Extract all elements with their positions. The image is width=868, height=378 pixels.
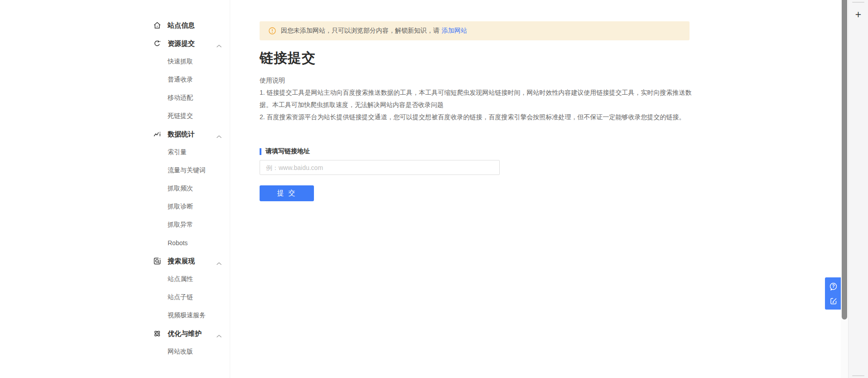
sidebar-item-label: 站点子链: [168, 293, 193, 301]
feedback-edit-icon[interactable]: [828, 295, 839, 306]
sidebar-item-label: 抓取异常: [168, 221, 193, 229]
instruction-line: 2. 百度搜索资源平台为站长提供链接提交通道，您可以提交想被百度收录的链接，百度…: [260, 111, 695, 123]
sidebar-item-site-sublink[interactable]: 站点子链: [0, 288, 230, 306]
add-site-link[interactable]: 添加网站: [442, 27, 467, 35]
sidebar-nav: 站点信息 资源提交 快速抓取 普通收录 移动适配 死链提交: [0, 16, 230, 361]
sidebar-item-label: 快速抓取: [168, 58, 193, 66]
sidebar-item-label: 索引量: [168, 148, 187, 156]
banner-text: 因您未添加网站，只可以浏览部分内容，解锁新知识，请: [281, 27, 439, 35]
sidebar-item-normal-include[interactable]: 普通收录: [0, 71, 230, 89]
main-content: 因您未添加网站，只可以浏览部分内容，解锁新知识，请 添加网站 链接提交 使用说明…: [230, 0, 841, 378]
search-display-icon: [153, 257, 162, 266]
link-url-input[interactable]: [260, 160, 500, 175]
sidebar-item-quick-crawl[interactable]: 快速抓取: [0, 53, 230, 71]
sidebar-section-resource-submit[interactable]: 资源提交: [0, 34, 230, 53]
sidebar-item-label: 站点信息: [168, 21, 195, 30]
sidebar-item-crawl-frequency[interactable]: 抓取频次: [0, 179, 230, 198]
sidebar-item-label: 流量与关键词: [168, 166, 206, 174]
chevron-up-icon[interactable]: [216, 259, 222, 263]
usage-instructions: 使用说明 1. 链接提交工具是网站主动向百度搜索推送数据的工具，本工具可缩短爬虫…: [260, 74, 695, 123]
sidebar-item-label: Robots: [168, 239, 188, 247]
sidebar-item-label: 数据统计: [168, 130, 195, 139]
sidebar-item-mobile-adapt[interactable]: 移动适配: [0, 89, 230, 107]
chevron-up-icon[interactable]: [216, 132, 222, 136]
submit-button[interactable]: 提 交: [260, 185, 314, 201]
no-site-warning-banner: 因您未添加网站，只可以浏览部分内容，解锁新知识，请 添加网站: [260, 21, 690, 40]
sidebar-item-label: 死链提交: [168, 112, 193, 120]
sidebar-item-label: 移动适配: [168, 94, 193, 102]
sidebar-item-crawl-diagnosis[interactable]: 抓取诊断: [0, 198, 230, 216]
sidebar-section-optimize-maintain[interactable]: 优化与维护: [0, 325, 230, 343]
home-icon: [153, 21, 162, 30]
data-stats-icon: [153, 130, 162, 139]
floating-help-panel: ?: [825, 277, 842, 310]
sidebar-item-index-volume[interactable]: 索引量: [0, 143, 230, 161]
sidebar-item-label: 站点属性: [168, 275, 193, 283]
sidebar-item-crawl-exception[interactable]: 抓取异常: [0, 216, 230, 234]
usage-heading: 使用说明: [260, 74, 695, 87]
chevron-up-icon[interactable]: [216, 42, 222, 45]
sidebar-item-label: 网站改版: [168, 348, 193, 356]
sidebar: 站点信息 资源提交 快速抓取 普通收录 移动适配 死链提交: [0, 0, 230, 378]
sidebar-section-site-info[interactable]: 站点信息: [0, 16, 230, 34]
label-accent-bar: [260, 148, 261, 155]
sidebar-item-label: 优化与维护: [168, 330, 202, 338]
sidebar-item-label: 抓取诊断: [168, 203, 193, 211]
sidebar-item-site-attribute[interactable]: 站点属性: [0, 270, 230, 288]
sidebar-item-label: 资源提交: [168, 39, 195, 48]
sidebar-item-video-speed-service[interactable]: 视频极速服务: [0, 306, 230, 325]
sidebar-item-robots[interactable]: Robots: [0, 234, 230, 252]
sidebar-item-label: 搜索展现: [168, 257, 195, 266]
sidebar-item-dead-link-submit[interactable]: 死链提交: [0, 107, 230, 125]
sidebar-section-search-display[interactable]: 搜索展现: [0, 252, 230, 270]
sidebar-item-label: 普通收录: [168, 76, 193, 84]
resource-submit-icon: [153, 39, 162, 48]
instruction-line: 1. 链接提交工具是网站主动向百度搜索推送数据的工具，本工具可缩短爬虫发现网站链…: [260, 87, 695, 111]
chevron-up-icon[interactable]: [216, 332, 222, 335]
add-tab-plus-icon[interactable]: +: [849, 9, 868, 20]
sidebar-item-site-revamp[interactable]: 网站改版: [0, 343, 230, 361]
sidebar-item-traffic-keywords[interactable]: 流量与关键词: [0, 161, 230, 179]
sidebar-section-data-stats[interactable]: 数据统计: [0, 125, 230, 143]
svg-text:?: ?: [832, 284, 834, 289]
page-title: 链接提交: [260, 49, 316, 68]
sidebar-item-label: 抓取频次: [168, 184, 193, 193]
optimize-icon: [153, 329, 162, 338]
strip-divider-bottom: [852, 375, 864, 376]
sidebar-item-label: 视频极速服务: [168, 311, 206, 320]
page-scrollbar-thumb[interactable]: [842, 0, 847, 320]
link-address-label: 请填写链接地址: [260, 148, 310, 155]
help-question-icon[interactable]: ?: [828, 281, 839, 292]
browser-side-strip: +: [848, 0, 868, 378]
page-scrollbar-track: [841, 0, 848, 378]
warning-circle-icon: [269, 27, 276, 34]
strip-divider-top: [852, 2, 864, 3]
